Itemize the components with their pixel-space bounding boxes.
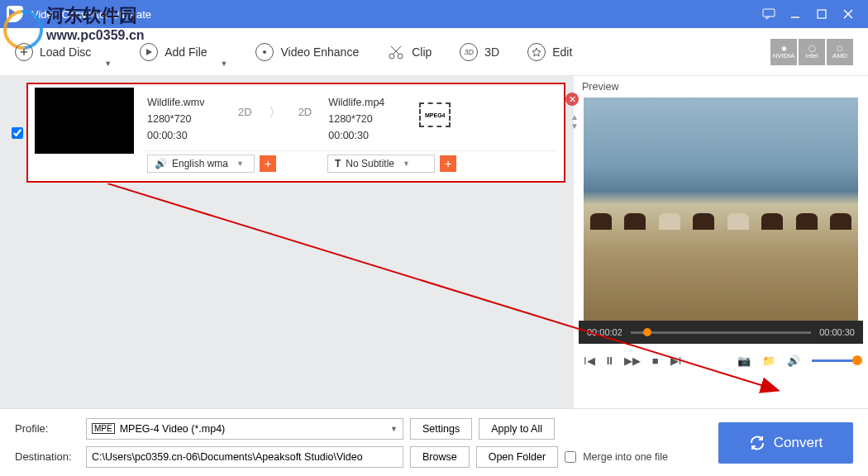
svg-point-8 [263,50,266,54]
amd-badge: ▢AMD [827,39,853,65]
video-thumbnail[interactable] [35,88,134,154]
svg-marker-7 [146,49,152,55]
destination-label: Destination: [15,450,79,463]
enhance-icon [255,43,274,61]
toolbar: Load Disc ▼ Add File ▼ Video Enhance Cli… [0,28,868,76]
snapshot-button[interactable]: 📷 [737,355,751,367]
gpu-badges: ◉NVIDIA ◯Intel ▢AMD [770,39,853,65]
profile-select[interactable]: MPE MPEG-4 Video (*.mp4) ▼ [86,418,403,440]
next-button[interactable]: ▶I [670,355,682,367]
profile-label: Profile: [15,422,79,435]
dest-meta: Wildlife.mp4 1280*720 00:00:30 [328,94,403,144]
fast-forward-button[interactable]: ▶▶ [624,355,641,367]
subtitle-icon: T [335,158,341,169]
add-file-dropdown-icon[interactable]: ▼ [221,60,228,68]
video-enhance-button[interactable]: Video Enhance [255,43,359,61]
file-row-checkbox-col [8,83,26,183]
preview-time-total: 00:00:30 [819,327,855,337]
chevron-down-icon: ▼ [403,159,410,168]
scissors-icon [387,43,405,61]
disc-icon [15,43,33,61]
load-disc-dropdown-icon[interactable]: ▼ [104,60,112,68]
svg-point-9 [389,54,394,59]
add-subtitle-button[interactable]: + [440,155,456,172]
browse-button[interactable]: Browse [410,446,470,468]
convert-button[interactable]: Convert [718,422,853,464]
title-bar: Video Converter Ultimate [0,0,868,28]
dest-dimension-badge: 2D [298,94,312,118]
preview-progress-bar[interactable]: 00:00:02 00:00:30 [579,321,863,344]
open-folder-button[interactable]: Open Folder [476,446,558,468]
volume-slider[interactable] [812,359,858,362]
svg-rect-0 [763,9,775,17]
star-icon [527,43,546,61]
svg-marker-13 [532,48,541,56]
open-folder-icon[interactable]: 📁 [762,355,775,367]
nvidia-badge: ◉NVIDIA [770,39,797,65]
edit-button[interactable]: Edit [527,43,572,61]
apply-to-all-button[interactable]: Apply to All [479,418,555,440]
bottom-panel: Profile: MPE MPEG-4 Video (*.mp4) ▼ Sett… [0,408,868,476]
file-row-checkbox[interactable] [12,127,23,139]
app-logo-icon [7,6,23,22]
subtitle-select[interactable]: T No Subtitle ▼ [327,155,435,173]
preview-panel: Preview 00:00:02 00:00:30 I◀ II ▶▶ ■ ▶I … [574,76,868,408]
audio-track-select[interactable]: 🔊 English wma ▼ [147,155,255,173]
add-file-icon [140,43,158,61]
arrow-right-icon: 〉 [269,94,282,121]
merge-label: Merge into one file [583,451,668,463]
speaker-icon: 🔊 [155,158,167,169]
source-dimension-badge: 2D [238,94,252,118]
add-audio-button[interactable]: + [260,155,276,172]
chevron-down-icon: ▼ [236,159,244,168]
volume-icon[interactable]: 🔊 [787,355,800,367]
chevron-down-icon: ▼ [390,425,398,433]
prev-button[interactable]: I◀ [584,355,595,367]
add-file-button[interactable]: Add File [140,43,207,61]
source-meta: Wildlife.wmv 1280*720 00:00:30 [147,94,222,144]
intel-badge: ◯Intel [799,39,825,65]
destination-field[interactable]: C:\Users\pc0359.cn-06\Documents\Apeaksof… [86,446,403,468]
clip-button[interactable]: Clip [387,43,432,61]
preview-title: Preview [574,76,868,98]
stop-button[interactable]: ■ [652,355,659,367]
comment-icon[interactable] [756,6,782,22]
minimize-button[interactable] [782,6,808,22]
svg-point-10 [398,54,403,59]
file-row[interactable]: Wildlife.wmv 1280*720 00:00:30 2D 〉 2D W… [26,83,565,183]
svg-rect-2 [818,10,826,18]
file-list-area: Wildlife.wmv 1280*720 00:00:30 2D 〉 2D W… [0,76,574,408]
merge-checkbox[interactable] [565,451,576,463]
preview-time-current: 00:00:02 [587,327,622,337]
preview-controls: I◀ II ▶▶ ■ ▶I 📷 📁 🔊 [574,344,868,377]
settings-button[interactable]: Settings [410,418,472,440]
maximize-button[interactable] [808,6,835,22]
3d-button[interactable]: 3D 3D [460,43,499,61]
mpeg-icon: MPE [92,423,115,434]
reorder-buttons[interactable]: ▲▼ [570,112,579,131]
app-title: Video Converter Ultimate [31,8,151,21]
pause-button[interactable]: II [607,355,613,367]
3d-icon: 3D [460,43,478,61]
remove-file-button[interactable]: ✕ [565,93,579,106]
load-disc-button[interactable]: Load Disc [15,43,91,61]
preview-video[interactable] [584,98,858,321]
close-button[interactable] [835,6,861,22]
format-icon[interactable]: MPEG4 [419,102,451,127]
